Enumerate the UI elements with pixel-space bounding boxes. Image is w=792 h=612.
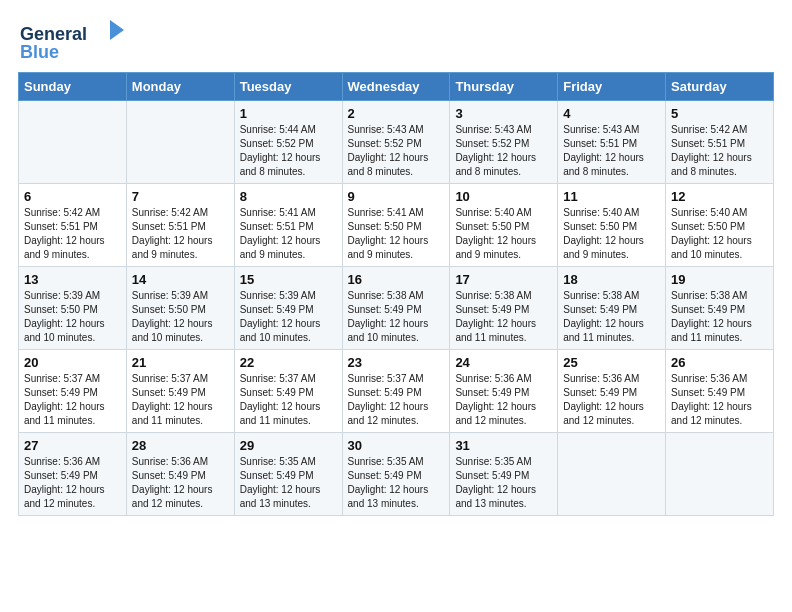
calendar-table: SundayMondayTuesdayWednesdayThursdayFrid… [18, 72, 774, 516]
calendar-week-row: 1Sunrise: 5:44 AMSunset: 5:52 PMDaylight… [19, 101, 774, 184]
day-info: Sunrise: 5:37 AMSunset: 5:49 PMDaylight:… [240, 372, 337, 428]
day-number: 6 [24, 189, 121, 204]
weekday-header-saturday: Saturday [666, 73, 774, 101]
calendar-cell: 24Sunrise: 5:36 AMSunset: 5:49 PMDayligh… [450, 350, 558, 433]
day-number: 11 [563, 189, 660, 204]
day-number: 10 [455, 189, 552, 204]
calendar-cell: 14Sunrise: 5:39 AMSunset: 5:50 PMDayligh… [126, 267, 234, 350]
day-number: 29 [240, 438, 337, 453]
day-info: Sunrise: 5:36 AMSunset: 5:49 PMDaylight:… [132, 455, 229, 511]
day-info: Sunrise: 5:35 AMSunset: 5:49 PMDaylight:… [240, 455, 337, 511]
day-number: 12 [671, 189, 768, 204]
calendar-cell: 27Sunrise: 5:36 AMSunset: 5:49 PMDayligh… [19, 433, 127, 516]
weekday-header-tuesday: Tuesday [234, 73, 342, 101]
day-info: Sunrise: 5:35 AMSunset: 5:49 PMDaylight:… [348, 455, 445, 511]
day-info: Sunrise: 5:40 AMSunset: 5:50 PMDaylight:… [455, 206, 552, 262]
calendar-cell: 4Sunrise: 5:43 AMSunset: 5:51 PMDaylight… [558, 101, 666, 184]
header: General Blue [18, 18, 774, 62]
day-info: Sunrise: 5:38 AMSunset: 5:49 PMDaylight:… [455, 289, 552, 345]
day-info: Sunrise: 5:38 AMSunset: 5:49 PMDaylight:… [671, 289, 768, 345]
logo: General Blue [18, 18, 128, 62]
day-info: Sunrise: 5:35 AMSunset: 5:49 PMDaylight:… [455, 455, 552, 511]
day-number: 26 [671, 355, 768, 370]
day-info: Sunrise: 5:42 AMSunset: 5:51 PMDaylight:… [671, 123, 768, 179]
day-info: Sunrise: 5:39 AMSunset: 5:49 PMDaylight:… [240, 289, 337, 345]
day-number: 25 [563, 355, 660, 370]
calendar-page: General Blue SundayMondayTuesdayWednesda… [0, 0, 792, 612]
calendar-week-row: 6Sunrise: 5:42 AMSunset: 5:51 PMDaylight… [19, 184, 774, 267]
day-number: 5 [671, 106, 768, 121]
weekday-header-friday: Friday [558, 73, 666, 101]
calendar-cell: 22Sunrise: 5:37 AMSunset: 5:49 PMDayligh… [234, 350, 342, 433]
calendar-cell: 21Sunrise: 5:37 AMSunset: 5:49 PMDayligh… [126, 350, 234, 433]
day-number: 7 [132, 189, 229, 204]
svg-text:General: General [20, 24, 87, 44]
day-number: 19 [671, 272, 768, 287]
calendar-cell: 12Sunrise: 5:40 AMSunset: 5:50 PMDayligh… [666, 184, 774, 267]
calendar-cell: 5Sunrise: 5:42 AMSunset: 5:51 PMDaylight… [666, 101, 774, 184]
calendar-cell: 29Sunrise: 5:35 AMSunset: 5:49 PMDayligh… [234, 433, 342, 516]
day-info: Sunrise: 5:36 AMSunset: 5:49 PMDaylight:… [563, 372, 660, 428]
calendar-cell: 26Sunrise: 5:36 AMSunset: 5:49 PMDayligh… [666, 350, 774, 433]
day-info: Sunrise: 5:41 AMSunset: 5:51 PMDaylight:… [240, 206, 337, 262]
calendar-cell: 11Sunrise: 5:40 AMSunset: 5:50 PMDayligh… [558, 184, 666, 267]
calendar-cell: 7Sunrise: 5:42 AMSunset: 5:51 PMDaylight… [126, 184, 234, 267]
day-info: Sunrise: 5:36 AMSunset: 5:49 PMDaylight:… [24, 455, 121, 511]
day-info: Sunrise: 5:39 AMSunset: 5:50 PMDaylight:… [132, 289, 229, 345]
calendar-cell: 8Sunrise: 5:41 AMSunset: 5:51 PMDaylight… [234, 184, 342, 267]
calendar-week-row: 27Sunrise: 5:36 AMSunset: 5:49 PMDayligh… [19, 433, 774, 516]
day-info: Sunrise: 5:36 AMSunset: 5:49 PMDaylight:… [671, 372, 768, 428]
day-info: Sunrise: 5:43 AMSunset: 5:52 PMDaylight:… [455, 123, 552, 179]
day-number: 15 [240, 272, 337, 287]
calendar-cell: 28Sunrise: 5:36 AMSunset: 5:49 PMDayligh… [126, 433, 234, 516]
calendar-cell: 31Sunrise: 5:35 AMSunset: 5:49 PMDayligh… [450, 433, 558, 516]
weekday-header-monday: Monday [126, 73, 234, 101]
day-info: Sunrise: 5:43 AMSunset: 5:51 PMDaylight:… [563, 123, 660, 179]
day-number: 1 [240, 106, 337, 121]
day-info: Sunrise: 5:41 AMSunset: 5:50 PMDaylight:… [348, 206, 445, 262]
calendar-cell: 9Sunrise: 5:41 AMSunset: 5:50 PMDaylight… [342, 184, 450, 267]
calendar-cell: 19Sunrise: 5:38 AMSunset: 5:49 PMDayligh… [666, 267, 774, 350]
day-number: 8 [240, 189, 337, 204]
day-number: 2 [348, 106, 445, 121]
calendar-cell: 23Sunrise: 5:37 AMSunset: 5:49 PMDayligh… [342, 350, 450, 433]
day-info: Sunrise: 5:42 AMSunset: 5:51 PMDaylight:… [132, 206, 229, 262]
calendar-cell: 16Sunrise: 5:38 AMSunset: 5:49 PMDayligh… [342, 267, 450, 350]
day-number: 28 [132, 438, 229, 453]
day-number: 18 [563, 272, 660, 287]
day-number: 27 [24, 438, 121, 453]
day-info: Sunrise: 5:38 AMSunset: 5:49 PMDaylight:… [348, 289, 445, 345]
day-number: 20 [24, 355, 121, 370]
calendar-cell [666, 433, 774, 516]
day-info: Sunrise: 5:39 AMSunset: 5:50 PMDaylight:… [24, 289, 121, 345]
weekday-header-wednesday: Wednesday [342, 73, 450, 101]
calendar-week-row: 13Sunrise: 5:39 AMSunset: 5:50 PMDayligh… [19, 267, 774, 350]
day-info: Sunrise: 5:38 AMSunset: 5:49 PMDaylight:… [563, 289, 660, 345]
day-info: Sunrise: 5:43 AMSunset: 5:52 PMDaylight:… [348, 123, 445, 179]
calendar-cell: 6Sunrise: 5:42 AMSunset: 5:51 PMDaylight… [19, 184, 127, 267]
day-info: Sunrise: 5:37 AMSunset: 5:49 PMDaylight:… [132, 372, 229, 428]
svg-text:Blue: Blue [20, 42, 59, 62]
day-info: Sunrise: 5:37 AMSunset: 5:49 PMDaylight:… [24, 372, 121, 428]
day-number: 31 [455, 438, 552, 453]
calendar-cell: 3Sunrise: 5:43 AMSunset: 5:52 PMDaylight… [450, 101, 558, 184]
weekday-header-thursday: Thursday [450, 73, 558, 101]
calendar-cell: 17Sunrise: 5:38 AMSunset: 5:49 PMDayligh… [450, 267, 558, 350]
calendar-cell: 15Sunrise: 5:39 AMSunset: 5:49 PMDayligh… [234, 267, 342, 350]
calendar-cell: 10Sunrise: 5:40 AMSunset: 5:50 PMDayligh… [450, 184, 558, 267]
calendar-cell: 20Sunrise: 5:37 AMSunset: 5:49 PMDayligh… [19, 350, 127, 433]
logo-svg: General Blue [18, 18, 128, 62]
day-number: 9 [348, 189, 445, 204]
day-number: 14 [132, 272, 229, 287]
day-number: 24 [455, 355, 552, 370]
day-number: 16 [348, 272, 445, 287]
day-number: 3 [455, 106, 552, 121]
svg-marker-1 [110, 20, 124, 40]
day-info: Sunrise: 5:44 AMSunset: 5:52 PMDaylight:… [240, 123, 337, 179]
weekday-header-row: SundayMondayTuesdayWednesdayThursdayFrid… [19, 73, 774, 101]
calendar-cell: 18Sunrise: 5:38 AMSunset: 5:49 PMDayligh… [558, 267, 666, 350]
calendar-cell: 1Sunrise: 5:44 AMSunset: 5:52 PMDaylight… [234, 101, 342, 184]
day-number: 30 [348, 438, 445, 453]
day-info: Sunrise: 5:40 AMSunset: 5:50 PMDaylight:… [563, 206, 660, 262]
day-number: 23 [348, 355, 445, 370]
